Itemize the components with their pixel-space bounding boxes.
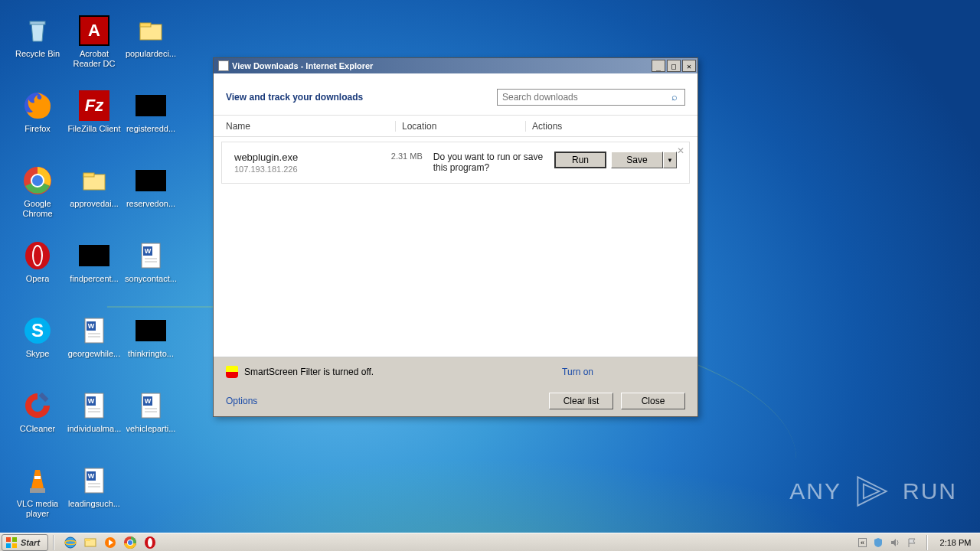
maximize-button[interactable]: □ (667, 60, 681, 72)
desktop-icon-vlcmediaplayer[interactable]: VLC media player (9, 462, 66, 537)
icon-label: Acrobat Reader DC (67, 49, 121, 69)
icon-label: Google Chrome (11, 199, 64, 219)
black-icon (136, 315, 166, 346)
svg-rect-8 (83, 173, 94, 177)
close-window-button[interactable]: ✕ (682, 60, 696, 72)
word-icon: W (79, 465, 109, 496)
system-tray: « 2:18 PM (852, 535, 980, 550)
desktop-icon-googlechrome[interactable]: Google Chrome (9, 162, 66, 237)
tray-expand-icon[interactable]: « (858, 538, 867, 547)
smartscreen-turn-on-link[interactable]: Turn on (562, 367, 593, 377)
icon-label: thinkringto... (128, 349, 174, 359)
black-icon (136, 165, 166, 196)
svg-rect-43 (12, 537, 17, 542)
close-button[interactable]: Close (621, 393, 685, 409)
desktop-icon-georgewhile[interactable]: Wgeorgewhile... (66, 312, 122, 387)
svg-point-46 (65, 537, 76, 548)
tray-volume-icon[interactable] (890, 537, 900, 548)
tray-shield-icon[interactable] (873, 537, 884, 548)
desktop-icon-populardeci[interactable]: populardeci... (122, 12, 179, 87)
svg-text:W: W (145, 397, 152, 405)
search-input[interactable] (497, 89, 685, 106)
svg-rect-0 (30, 21, 45, 24)
svg-text:W: W (88, 472, 95, 480)
word-icon: W (136, 240, 166, 271)
icon-label: VLC media player (11, 499, 64, 519)
desktop-icon-ccleaner[interactable]: CCleaner (9, 387, 66, 462)
download-row: webplugin.exe 107.193.181.226 2.31 MB Do… (221, 142, 690, 184)
icon-label: Skype (26, 349, 50, 359)
icon-label: CCleaner (20, 424, 55, 434)
folder-icon (136, 15, 166, 46)
dialog-footer: Options Clear list Close (214, 386, 697, 416)
icon-label: sonycontact... (125, 274, 177, 284)
desktop-icon-skype[interactable]: SSkype (9, 312, 66, 387)
opera-task-icon[interactable] (143, 536, 157, 549)
downloads-dialog: View Downloads - Internet Explorer _ □ ✕… (213, 57, 698, 417)
svg-text:W: W (88, 322, 95, 330)
svg-rect-36 (30, 488, 45, 493)
desktop-icon-opera[interactable]: Opera (9, 237, 66, 312)
icon-label: Recycle Bin (15, 49, 60, 59)
folder-icon (79, 165, 109, 196)
desktop-icon-registeredd[interactable]: registeredd... (122, 87, 179, 162)
minimize-button[interactable]: _ (652, 60, 665, 72)
desktop-icon-acrobatreaderdc[interactable]: AAcrobat Reader DC (66, 12, 122, 87)
save-dropdown-button[interactable]: ▼ (663, 152, 677, 168)
vlc-icon (22, 465, 53, 496)
column-name[interactable]: Name (214, 121, 396, 132)
save-button[interactable]: Save (611, 152, 663, 168)
row-close-icon[interactable]: ✕ (677, 145, 684, 156)
desktop-icon-individualma[interactable]: Windividualma... (66, 387, 122, 462)
desktop-icon-reservedon[interactable]: reservedon... (122, 162, 179, 237)
column-actions[interactable]: Actions (526, 121, 697, 132)
desktop-icon-firefox[interactable]: Firefox (9, 87, 66, 162)
column-location[interactable]: Location (396, 121, 526, 132)
desktop-icon-sonycontact[interactable]: Wsonycontact... (122, 237, 179, 312)
dialog-heading: View and track your downloads (226, 92, 363, 103)
quick-launch (64, 536, 157, 549)
run-button[interactable]: Run (554, 152, 606, 168)
clear-list-button[interactable]: Clear list (549, 393, 613, 409)
ccleaner-icon (22, 390, 53, 421)
titlebar-icon (218, 60, 229, 71)
search-icon[interactable]: ⌕ (671, 91, 682, 102)
desktop-icon-vehicleparti[interactable]: Wvehicleparti... (122, 387, 179, 462)
desktop-icon-approvedai[interactable]: approvedai... (66, 162, 122, 237)
tray-flag-icon[interactable] (906, 537, 917, 548)
icon-label: vehicleparti... (126, 424, 176, 434)
titlebar-title: View Downloads - Internet Explorer (232, 61, 652, 70)
explorer-icon[interactable] (83, 536, 97, 549)
icon-label: registeredd... (126, 124, 175, 134)
desktop-icon-findpercent[interactable]: findpercent... (66, 237, 122, 312)
icon-label: Opera (26, 274, 50, 284)
download-source: 107.193.181.226 (234, 165, 390, 174)
svg-rect-35 (34, 476, 41, 479)
svg-text:W: W (88, 397, 95, 405)
smartscreen-bar: SmartScreen Filter is turned off. Turn o… (214, 357, 697, 386)
word-icon: W (79, 315, 109, 346)
svg-rect-24 (39, 393, 49, 403)
download-filename: webplugin.exe (234, 152, 390, 163)
desktop-icon-filezillaclient[interactable]: FzFileZilla Client (66, 87, 122, 162)
start-label: Start (21, 538, 40, 547)
watermark-text1: ANY (789, 478, 841, 504)
titlebar[interactable]: View Downloads - Internet Explorer _ □ ✕ (214, 58, 697, 73)
icon-label: populardeci... (126, 49, 176, 59)
watermark-text2: RUN (903, 478, 957, 504)
desktop-icon-leadingsuch[interactable]: Wleadingsuch... (66, 462, 122, 537)
clock[interactable]: 2:18 PM (937, 538, 974, 547)
windows-logo-icon (5, 536, 18, 549)
desktop-icon-recyclebin[interactable]: Recycle Bin (9, 12, 66, 87)
start-button[interactable]: Start (2, 534, 48, 551)
ie-icon[interactable] (64, 536, 77, 549)
options-link[interactable]: Options (226, 396, 541, 406)
svg-rect-42 (6, 537, 11, 542)
chrome-task-icon[interactable] (123, 536, 137, 549)
download-prompt: Do you want to run or save this program? (433, 152, 554, 173)
shield-icon (226, 366, 238, 378)
media-icon[interactable] (103, 536, 117, 549)
desktop-icon-thinkringto[interactable]: thinkringto... (122, 312, 179, 387)
icon-label: individualma... (67, 424, 121, 434)
skype-icon: S (22, 315, 53, 346)
